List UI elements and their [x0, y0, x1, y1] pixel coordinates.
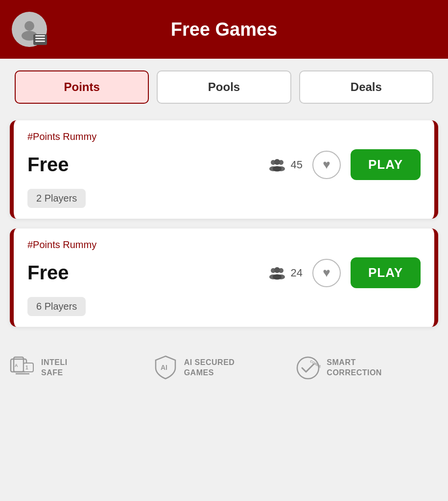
game-row-1: Free 45 ♥ PLAY — [27, 149, 421, 180]
game-row-2: Free 24 ♥ PLAY — [27, 257, 421, 288]
svg-text:1: 1 — [25, 365, 28, 370]
favorite-button-1[interactable]: ♥ — [312, 151, 341, 179]
player-count-1: 45 — [268, 156, 303, 174]
game-price-1: Free — [27, 154, 259, 176]
game-price-2: Free — [27, 262, 259, 284]
heart-icon-2: ♥ — [323, 265, 330, 280]
svg-point-7 — [274, 159, 280, 165]
ai-secured-label: AI SECURED GAMES — [184, 358, 235, 378]
footer-smart-correction: CORRECTION SMART CORRECTION — [295, 355, 438, 381]
ai-secured-icon: AI — [153, 355, 178, 381]
game-tag-1: #Points Rummy — [27, 131, 421, 142]
svg-rect-4 — [35, 41, 45, 42]
player-number-1: 45 — [291, 159, 303, 171]
page-title: Free Games — [59, 19, 389, 40]
play-button-1[interactable]: PLAY — [351, 149, 421, 180]
tab-points[interactable]: Points — [15, 70, 149, 104]
header: Free Games — [0, 0, 448, 59]
svg-point-24 — [297, 357, 319, 379]
inteli-safe-label: INTELI SAFE — [41, 358, 68, 378]
heart-icon-1: ♥ — [323, 157, 330, 172]
svg-rect-21 — [24, 363, 33, 372]
players-badge-2: 6 Players — [27, 297, 421, 316]
play-button-2[interactable]: PLAY — [351, 257, 421, 288]
players-icon-2 — [268, 264, 286, 282]
svg-point-0 — [24, 21, 34, 31]
tab-bar: Points Pools Deals — [0, 59, 448, 115]
main-content: #Points Rummy Free 45 ♥ PLAY 2 Players — [0, 115, 448, 332]
avatar-container[interactable] — [12, 12, 47, 47]
tab-deals[interactable]: Deals — [299, 70, 433, 104]
svg-rect-3 — [35, 38, 45, 40]
inteli-safe-icon: A 1 — [10, 355, 35, 381]
svg-point-13 — [274, 267, 280, 273]
players-badge-1: 2 Players — [27, 189, 421, 208]
svg-point-10 — [273, 166, 282, 171]
players-badge-label-2: 6 Players — [27, 297, 86, 316]
players-badge-label-1: 2 Players — [27, 189, 86, 208]
footer: A 1 INTELI SAFE AI AI SECURED GAMES CORR… — [0, 342, 448, 390]
menu-badge — [33, 34, 47, 45]
game-card-1: #Points Rummy Free 45 ♥ PLAY 2 Players — [10, 120, 438, 219]
favorite-button-2[interactable]: ♥ — [312, 259, 341, 287]
game-card-2: #Points Rummy Free 24 ♥ PLAY 6 Players — [10, 228, 438, 327]
svg-text:AI: AI — [161, 364, 167, 371]
svg-rect-2 — [35, 35, 45, 37]
footer-ai-secured: AI AI SECURED GAMES — [153, 355, 296, 381]
players-icon-1 — [268, 156, 286, 174]
svg-text:A: A — [15, 363, 18, 368]
smart-correction-icon: CORRECTION — [295, 355, 321, 381]
smart-correction-label: SMART CORRECTION — [327, 358, 382, 378]
game-tag-2: #Points Rummy — [27, 239, 421, 250]
tab-pools[interactable]: Pools — [157, 70, 291, 104]
player-number-2: 24 — [291, 267, 303, 279]
svg-point-16 — [273, 274, 282, 279]
footer-inteli-safe: A 1 INTELI SAFE — [10, 355, 153, 381]
player-count-2: 24 — [268, 264, 303, 282]
